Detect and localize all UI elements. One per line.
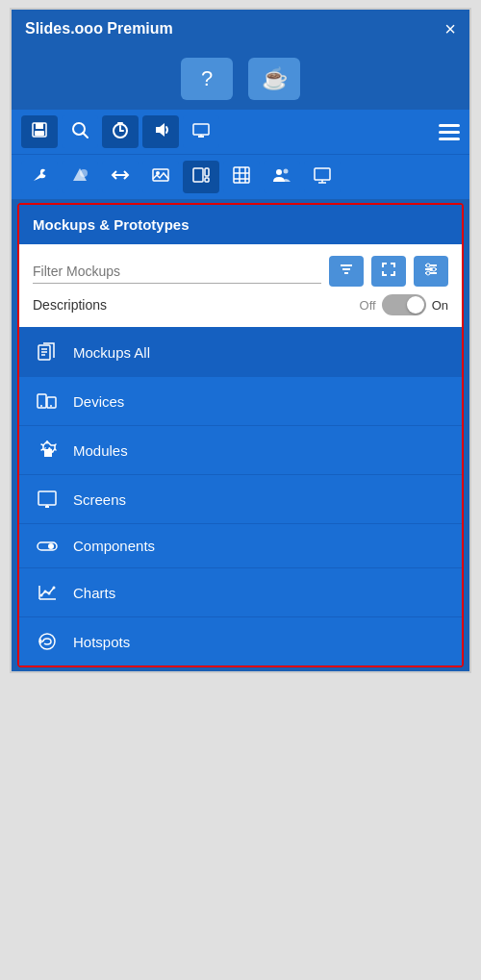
main-panel: Slides.ooo Premium × ? ☕: [10, 8, 471, 673]
menu-item-charts[interactable]: Charts: [19, 567, 462, 616]
close-button[interactable]: ×: [444, 19, 456, 38]
display-button[interactable]: [183, 115, 219, 148]
descriptions-toggle[interactable]: [382, 294, 426, 315]
timer-button[interactable]: [102, 115, 139, 148]
wrench-button[interactable]: [21, 161, 58, 193]
svg-point-40: [426, 271, 430, 275]
descriptions-label: Descriptions: [33, 297, 350, 313]
filter-expand-button[interactable]: [371, 256, 406, 287]
charts-icon: [35, 582, 60, 603]
timer-icon: [111, 120, 130, 144]
screens-icon: [35, 489, 60, 510]
devices-icon: [35, 390, 60, 412]
svg-point-27: [284, 168, 289, 173]
svg-marker-9: [156, 123, 165, 137]
shapes-button[interactable]: [62, 161, 98, 193]
svg-rect-10: [193, 124, 209, 135]
components-icon: [35, 541, 60, 551]
filter-row: [33, 256, 448, 287]
arrows-button[interactable]: [102, 161, 139, 193]
save-button[interactable]: [21, 115, 58, 148]
svg-point-57: [44, 591, 47, 593]
mockup-active-button[interactable]: [183, 161, 219, 193]
toolbar-row-2: [12, 154, 469, 199]
title-bar: Slides.ooo Premium ×: [12, 10, 469, 48]
svg-rect-28: [315, 168, 330, 180]
users-icon: [272, 165, 291, 189]
coffee-button[interactable]: ☕: [248, 58, 300, 100]
svg-point-14: [80, 169, 88, 177]
toggle-thumb: [407, 296, 424, 314]
off-label: Off: [360, 298, 376, 313]
mockups-prototypes-section: Mockups & Prototypes: [17, 203, 464, 667]
hamburger-line-2: [439, 131, 460, 134]
modules-label: Modules: [73, 442, 128, 459]
svg-point-58: [48, 592, 51, 595]
svg-point-59: [53, 587, 56, 590]
menu-item-hotspots[interactable]: Hotspots: [19, 616, 462, 666]
image-button[interactable]: [142, 161, 179, 193]
filter-area: Descriptions Off On: [19, 244, 462, 327]
save-icon: [30, 120, 49, 144]
screens-label: Screens: [73, 491, 126, 508]
svg-point-56: [40, 594, 43, 597]
charts-label: Charts: [73, 585, 115, 601]
search-button[interactable]: [62, 115, 98, 148]
modules-icon: [35, 440, 60, 461]
table-button[interactable]: [223, 161, 260, 193]
svg-line-4: [83, 133, 88, 138]
svg-rect-2: [35, 131, 44, 136]
svg-rect-1: [36, 123, 43, 129]
svg-rect-49: [38, 491, 56, 505]
table-icon: [232, 165, 251, 189]
mockups-all-label: Mockups All: [73, 344, 150, 361]
svg-rect-19: [205, 168, 209, 176]
present-icon: [313, 165, 332, 189]
wrench-icon: [30, 165, 49, 189]
svg-point-38: [426, 264, 430, 267]
on-label: On: [432, 298, 448, 313]
menu-item-devices[interactable]: Devices: [19, 376, 462, 425]
svg-rect-21: [234, 167, 249, 183]
filter-expand-icon: [381, 262, 396, 281]
svg-rect-20: [205, 178, 209, 182]
hamburger-line-3: [439, 138, 460, 140]
filter-lines-icon: [339, 262, 354, 281]
coffee-icon: ☕: [262, 66, 288, 91]
help-button[interactable]: ?: [181, 58, 233, 100]
hamburger-menu[interactable]: [439, 124, 460, 140]
users-button[interactable]: [264, 161, 300, 193]
image-icon: [151, 165, 170, 189]
panel-title: Slides.ooo Premium: [25, 20, 173, 38]
present-button[interactable]: [304, 161, 341, 193]
shapes-icon: [70, 165, 89, 189]
search-icon: [70, 120, 89, 144]
filter-lines-button[interactable]: [329, 256, 364, 287]
descriptions-row: Descriptions Off On: [33, 294, 448, 315]
section-title: Mockups & Prototypes: [33, 216, 190, 233]
filter-input[interactable]: [33, 260, 321, 284]
audio-button[interactable]: [142, 115, 179, 148]
components-label: Components: [73, 538, 155, 554]
menu-item-screens[interactable]: Screens: [19, 474, 462, 523]
svg-point-26: [276, 169, 282, 175]
filter-settings-icon: [423, 262, 439, 281]
devices-label: Devices: [73, 393, 124, 410]
svg-point-39: [432, 267, 436, 271]
menu-item-modules[interactable]: Modules: [19, 425, 462, 474]
mockups-all-icon: [35, 341, 60, 363]
question-icon: ?: [201, 66, 213, 91]
svg-point-53: [48, 543, 54, 549]
mockup-icon: [191, 165, 211, 189]
hotspots-icon: [35, 631, 60, 652]
toolbar-row-1: [12, 110, 469, 154]
display-icon: [191, 120, 211, 144]
section-header: Mockups & Prototypes: [19, 205, 462, 244]
hamburger-line-1: [439, 124, 460, 127]
toggle-container: Off On: [360, 294, 448, 315]
filter-settings-button[interactable]: [414, 256, 448, 287]
arrows-icon: [111, 165, 130, 189]
menu-item-mockups-all[interactable]: Mockups All: [19, 327, 462, 376]
audio-icon: [151, 120, 170, 144]
menu-item-components[interactable]: Components: [19, 523, 462, 567]
